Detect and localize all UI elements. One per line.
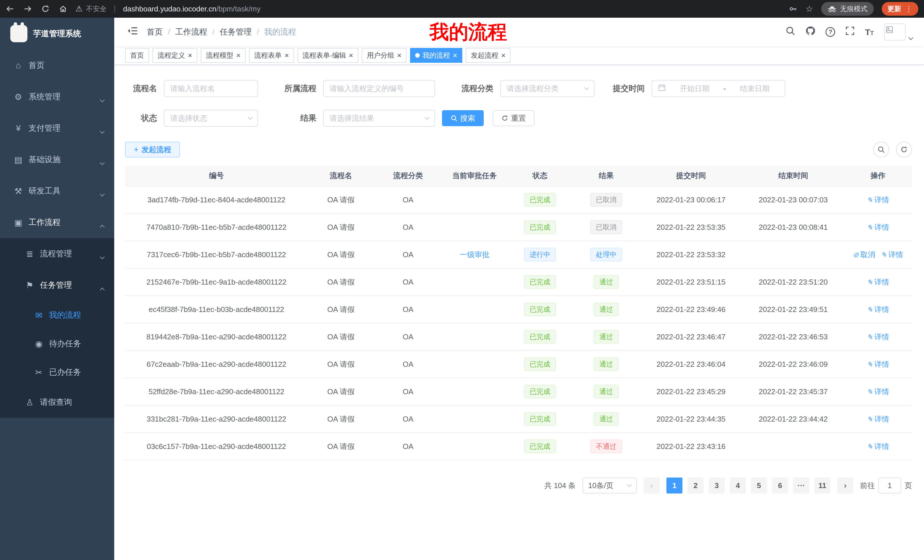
tab-close-icon[interactable]: ×	[284, 52, 289, 59]
jump-suffix: 页	[904, 481, 912, 491]
category-select[interactable]: 请选择流程分类	[500, 80, 594, 97]
sidebar-item[interactable]: 工作流程	[0, 207, 114, 238]
detail-action-link[interactable]: 详情	[867, 415, 889, 423]
sidebar-item[interactable]: 待办任务	[0, 329, 114, 358]
detail-action-link[interactable]: 详情	[867, 360, 889, 368]
page-number-button[interactable]: ···	[793, 478, 809, 494]
browser-forward-icon[interactable]	[23, 4, 32, 13]
detail-action-link[interactable]: 详情	[881, 250, 903, 259]
status-tag: 已完成	[524, 385, 556, 398]
font-size-icon[interactable]: TT	[865, 27, 874, 37]
detail-action-link[interactable]: 详情	[867, 332, 889, 341]
user-avatar[interactable]	[884, 23, 913, 40]
breadcrumb-item[interactable]: 首页	[147, 27, 176, 37]
page-number-button[interactable]: 1	[666, 478, 682, 494]
tab-close-icon[interactable]: ×	[453, 52, 457, 59]
current-task-link[interactable]: 一级审批	[460, 250, 489, 259]
tab-close-icon[interactable]: ×	[349, 52, 353, 59]
sidebar-item[interactable]: 流程管理	[0, 238, 114, 270]
tag-tab[interactable]: 我的流程 ×	[410, 48, 462, 63]
search-button[interactable]: 搜索	[442, 110, 484, 126]
user-icon	[23, 397, 36, 407]
tab-close-icon[interactable]: ×	[236, 52, 240, 59]
app-logo[interactable]: 芋道管理系统	[0, 18, 114, 49]
browser-back-icon[interactable]	[6, 4, 14, 13]
sidebar-item[interactable]: 支付管理	[0, 112, 114, 144]
detail-action-link[interactable]: 详情	[867, 305, 889, 314]
github-icon[interactable]	[806, 26, 815, 38]
detail-action-link[interactable]: 详情	[867, 196, 889, 204]
detail-icon	[867, 332, 874, 341]
cancel-action-link[interactable]: 取消	[853, 250, 875, 259]
scissors-icon	[32, 367, 46, 377]
detail-action-link[interactable]: 详情	[867, 223, 889, 232]
reset-button[interactable]: 重置	[493, 110, 534, 126]
detail-action-link[interactable]: 详情	[867, 278, 889, 286]
page-size-select[interactable]: 10条/页	[582, 478, 637, 494]
status-select[interactable]: 请选择状态	[164, 109, 258, 127]
help-icon[interactable]: ?	[825, 27, 835, 37]
result-tag: 通过	[594, 357, 619, 371]
sidebar-item[interactable]: 我的流程	[0, 301, 114, 329]
page-number-button[interactable]: 4	[730, 478, 746, 494]
process-def-input[interactable]	[323, 80, 435, 97]
page-number-button[interactable]: 3	[709, 478, 725, 494]
tag-tab[interactable]: 流程表单 ×	[249, 48, 294, 63]
create-process-button[interactable]: + 发起流程	[125, 142, 180, 157]
detail-icon	[867, 387, 874, 396]
update-button[interactable]: 更新 ⋮	[882, 2, 918, 16]
sidebar-item[interactable]: 首页	[0, 49, 114, 81]
security-chip[interactable]: ⚠ 不安全	[75, 4, 106, 13]
cell-submit-time: 2022-01-22 23:51:15	[640, 268, 742, 296]
tag-tab[interactable]: 流程表单-编辑 ×	[297, 48, 358, 63]
tab-close-icon[interactable]: ×	[188, 52, 192, 59]
process-name-input[interactable]	[164, 80, 258, 97]
tag-tab[interactable]: 流程模型 ×	[201, 48, 246, 63]
browser-menu-icon[interactable]: ⋮	[905, 4, 913, 13]
breadcrumb-item[interactable]: 工作流程	[176, 27, 220, 37]
breadcrumb-item[interactable]: 任务管理	[220, 27, 264, 37]
refresh-button[interactable]	[896, 142, 912, 157]
tab-close-icon[interactable]: ×	[501, 52, 506, 59]
tag-tab[interactable]: 用户分组 ×	[362, 48, 406, 63]
next-page-button[interactable]: ›	[837, 478, 853, 494]
fullscreen-icon[interactable]	[846, 26, 855, 38]
tag-tab[interactable]: 首页	[125, 48, 149, 63]
cell-actions: 详情	[844, 405, 912, 433]
toggle-search-button[interactable]	[873, 142, 889, 157]
detail-action-link[interactable]: 详情	[867, 387, 889, 396]
page-jump-input[interactable]	[878, 478, 901, 494]
cell-result: 通过	[573, 405, 640, 433]
page-number-button[interactable]: 2	[688, 478, 704, 494]
address-bar[interactable]: dashboard.yudao.iocoder.cn/bpm/task/my	[123, 4, 260, 13]
sidebar-item[interactable]: 研发工具	[0, 175, 114, 207]
sidebar-item[interactable]: 基础设施	[0, 144, 114, 175]
page-number-button[interactable]: 6	[772, 478, 788, 494]
page-number-button[interactable]: 11	[814, 478, 830, 494]
result-select[interactable]: 请选择流结果	[323, 109, 435, 127]
cell-process-name: OA 请假	[308, 241, 374, 268]
tag-tab[interactable]: 发起流程 ×	[466, 48, 510, 63]
chevron-icon	[100, 220, 104, 229]
breadcrumb-item[interactable]: 我的流程	[264, 27, 296, 37]
sidebar-item[interactable]: 请假查询	[0, 386, 114, 418]
cell-current-task	[442, 323, 507, 350]
detail-action-link[interactable]: 详情	[867, 442, 889, 451]
sidebar-item[interactable]: 任务管理	[0, 270, 114, 301]
password-key-icon[interactable]	[789, 4, 798, 13]
sidebar-item[interactable]: 系统管理	[0, 81, 114, 112]
browser-reload-icon[interactable]	[41, 4, 50, 13]
sidebar-item[interactable]: 已办任务	[0, 358, 114, 386]
column-header: 结果	[573, 166, 640, 186]
search-icon[interactable]	[786, 26, 795, 38]
hamburger-fold-icon[interactable]	[128, 26, 138, 38]
prev-page-button[interactable]: ‹	[644, 478, 660, 494]
page-number-button[interactable]: 5	[751, 478, 767, 494]
tag-tab[interactable]: 流程定义 ×	[153, 48, 197, 63]
browser-home-icon[interactable]	[59, 4, 68, 13]
tab-close-icon[interactable]: ×	[397, 52, 402, 59]
active-dot-icon	[415, 53, 420, 58]
submit-time-range-picker[interactable]: 开始日期 - 结束日期	[652, 80, 785, 97]
status-tag: 已完成	[524, 357, 556, 371]
bookmark-star-icon[interactable]: ☆	[806, 4, 813, 13]
